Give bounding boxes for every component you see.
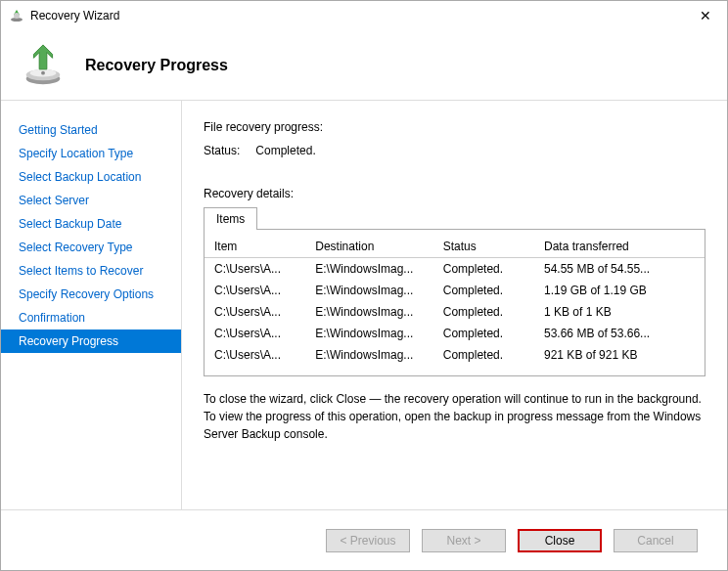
cancel-button: Cancel bbox=[614, 529, 698, 552]
col-item[interactable]: Item bbox=[205, 236, 305, 258]
cell-data-transferred: 53.66 MB of 53.66... bbox=[534, 323, 705, 344]
header: Recovery Progress bbox=[1, 30, 727, 101]
table-row[interactable]: C:\Users\A...E:\WindowsImag...Completed.… bbox=[205, 323, 705, 344]
svg-point-5 bbox=[41, 70, 45, 74]
help-text: To close the wizard, click Close — the r… bbox=[204, 390, 705, 443]
cell-status: Completed. bbox=[433, 344, 534, 366]
svg-point-1 bbox=[14, 13, 20, 19]
sidebar-item-confirmation[interactable]: Confirmation bbox=[1, 306, 181, 329]
cell-item: C:\Users\A... bbox=[205, 301, 305, 323]
table-row[interactable]: C:\Users\A...E:\WindowsImag...Completed.… bbox=[205, 258, 705, 281]
status-value: Completed. bbox=[255, 144, 315, 157]
recovery-details-table: Item Destination Status Data transferred… bbox=[204, 229, 705, 376]
sidebar-item-getting-started[interactable]: Getting Started bbox=[1, 118, 181, 142]
tab-items[interactable]: Items bbox=[204, 207, 257, 230]
cell-status: Completed. bbox=[433, 323, 534, 344]
sidebar-item-recovery-progress[interactable]: Recovery Progress bbox=[1, 329, 181, 353]
progress-label: File recovery progress: bbox=[204, 120, 705, 134]
details-label: Recovery details: bbox=[204, 187, 705, 200]
cell-item: C:\Users\A... bbox=[205, 344, 305, 366]
close-icon[interactable]: ✕ bbox=[692, 4, 719, 27]
cell-item: C:\Users\A... bbox=[205, 258, 305, 281]
cell-status: Completed. bbox=[433, 280, 534, 301]
app-icon bbox=[9, 8, 24, 23]
main-panel: File recovery progress: Status: Complete… bbox=[182, 101, 727, 510]
sidebar: Getting Started Specify Location Type Se… bbox=[1, 101, 182, 510]
col-data-transferred[interactable]: Data transferred bbox=[534, 236, 705, 258]
titlebar: Recovery Wizard ✕ bbox=[1, 1, 727, 30]
cell-destination: E:\WindowsImag... bbox=[305, 323, 432, 344]
cell-status: Completed. bbox=[433, 301, 534, 323]
tab-strip: Items bbox=[204, 206, 705, 229]
sidebar-item-select-backup-date[interactable]: Select Backup Date bbox=[1, 212, 181, 236]
recovery-wizard-icon bbox=[21, 43, 66, 88]
cell-destination: E:\WindowsImag... bbox=[305, 258, 432, 281]
status-row: Status: Completed. bbox=[204, 144, 705, 157]
sidebar-item-specify-location-type[interactable]: Specify Location Type bbox=[1, 142, 181, 165]
titlebar-left: Recovery Wizard bbox=[9, 8, 119, 23]
page-title: Recovery Progress bbox=[85, 57, 228, 74]
cell-data-transferred: 54.55 MB of 54.55... bbox=[534, 258, 705, 281]
cell-item: C:\Users\A... bbox=[205, 280, 305, 301]
sidebar-item-select-recovery-type[interactable]: Select Recovery Type bbox=[1, 236, 181, 259]
previous-button: < Previous bbox=[326, 529, 410, 552]
cell-destination: E:\WindowsImag... bbox=[305, 280, 432, 301]
cell-data-transferred: 1 KB of 1 KB bbox=[534, 301, 705, 323]
sidebar-item-select-backup-location[interactable]: Select Backup Location bbox=[1, 165, 181, 189]
footer: < Previous Next > Close Cancel bbox=[1, 509, 727, 570]
sidebar-item-select-items-to-recover[interactable]: Select Items to Recover bbox=[1, 259, 181, 283]
cell-item: C:\Users\A... bbox=[205, 323, 305, 344]
table-row[interactable]: C:\Users\A...E:\WindowsImag...Completed.… bbox=[205, 280, 705, 301]
close-button[interactable]: Close bbox=[518, 529, 602, 552]
cell-destination: E:\WindowsImag... bbox=[305, 344, 432, 366]
cell-destination: E:\WindowsImag... bbox=[305, 301, 432, 323]
window-title: Recovery Wizard bbox=[30, 9, 119, 22]
content: Getting Started Specify Location Type Se… bbox=[1, 101, 727, 510]
col-destination[interactable]: Destination bbox=[305, 236, 432, 258]
sidebar-item-specify-recovery-options[interactable]: Specify Recovery Options bbox=[1, 283, 181, 306]
table-header-row: Item Destination Status Data transferred bbox=[205, 236, 705, 258]
status-label: Status: bbox=[204, 144, 252, 157]
table-row[interactable]: C:\Users\A...E:\WindowsImag...Completed.… bbox=[205, 301, 705, 323]
cell-data-transferred: 1.19 GB of 1.19 GB bbox=[534, 280, 705, 301]
table-row[interactable]: C:\Users\A...E:\WindowsImag...Completed.… bbox=[205, 344, 705, 366]
next-button: Next > bbox=[422, 529, 506, 552]
cell-data-transferred: 921 KB of 921 KB bbox=[534, 344, 705, 366]
col-status[interactable]: Status bbox=[433, 236, 534, 258]
sidebar-item-select-server[interactable]: Select Server bbox=[1, 189, 181, 212]
cell-status: Completed. bbox=[433, 258, 534, 281]
